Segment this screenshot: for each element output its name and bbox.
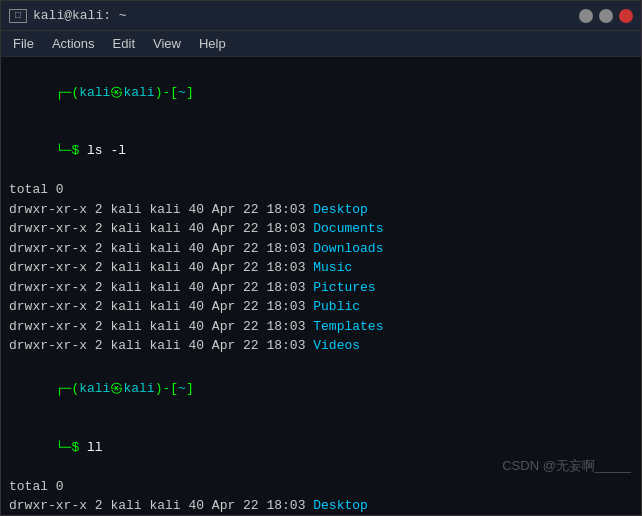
cmd-2: ll xyxy=(87,440,103,455)
window-controls xyxy=(579,9,633,23)
terminal-window: □ kali@kali: ~ File Actions Edit View He… xyxy=(0,0,642,516)
prompt-dir-2: ~ xyxy=(178,381,186,396)
prompt-line-2: ┌─(kali㉿kali)-[~] xyxy=(9,360,633,419)
perm-text: drwxr-xr-x 2 kali kali 40 Apr 22 18:03 xyxy=(9,221,313,236)
dir-name: Pictures xyxy=(313,280,375,295)
dir-name: Documents xyxy=(313,221,383,236)
prompt-bracket-close-1: )-[ xyxy=(155,85,178,100)
perm-text: drwxr-xr-x 2 kali kali 40 Apr 22 18:03 xyxy=(9,280,313,295)
menu-bar: File Actions Edit View Help xyxy=(1,31,641,57)
menu-edit[interactable]: Edit xyxy=(105,34,143,53)
dir-name: Desktop xyxy=(313,498,368,513)
table-row: drwxr-xr-x 2 kali kali 40 Apr 22 18:03 P… xyxy=(9,278,633,298)
prompt-line-1: ┌─(kali㉿kali)-[~] xyxy=(9,63,633,122)
title-bar-left: □ kali@kali: ~ xyxy=(9,8,127,23)
total-line-2: total 0 xyxy=(9,477,633,497)
prompt-bracket-end-2: ] xyxy=(186,381,194,396)
perm-text: drwxr-xr-x 2 kali kali 40 Apr 22 18:03 xyxy=(9,319,313,334)
prompt-dir-1: ~ xyxy=(178,85,186,100)
close-button[interactable] xyxy=(619,9,633,23)
total-line-1: total 0 xyxy=(9,180,633,200)
ls-output-block1: drwxr-xr-x 2 kali kali 40 Apr 22 18:03 D… xyxy=(9,200,633,356)
table-row: drwxr-xr-x 2 kali kali 40 Apr 22 18:03 D… xyxy=(9,496,633,515)
table-row: drwxr-xr-x 2 kali kali 40 Apr 22 18:03 V… xyxy=(9,336,633,356)
prompt-bracket-open-2: ┌─( xyxy=(56,381,79,396)
prompt-bracket-open-1: ┌─( xyxy=(56,85,79,100)
perm-text: drwxr-xr-x 2 kali kali 40 Apr 22 18:03 xyxy=(9,338,313,353)
perm-text: drwxr-xr-x 2 kali kali 40 Apr 22 18:03 xyxy=(9,202,313,217)
prompt-bracket-end-1: ] xyxy=(186,85,194,100)
title-icon: □ xyxy=(9,9,27,23)
table-row: drwxr-xr-x 2 kali kali 40 Apr 22 18:03 P… xyxy=(9,297,633,317)
menu-view[interactable]: View xyxy=(145,34,189,53)
prompt-user-2: kali xyxy=(79,381,110,396)
dollar-1: └─$ xyxy=(56,143,87,158)
dir-name: Templates xyxy=(313,319,383,334)
table-row: drwxr-xr-x 2 kali kali 40 Apr 22 18:03 M… xyxy=(9,258,633,278)
prompt-at-symbol-2: ㉿ xyxy=(110,381,123,396)
menu-actions[interactable]: Actions xyxy=(44,34,103,53)
dir-name: Desktop xyxy=(313,202,368,217)
prompt-bracket-close-2: )-[ xyxy=(155,381,178,396)
table-row: drwxr-xr-x 2 kali kali 40 Apr 22 18:03 T… xyxy=(9,317,633,337)
cmd-1: ls -l xyxy=(87,143,126,158)
terminal-body[interactable]: ┌─(kali㉿kali)-[~] └─$ ls -l total 0 drwx… xyxy=(1,57,641,515)
watermark: CSDN @无妄啊_____ xyxy=(502,457,631,475)
perm-text: drwxr-xr-x 2 kali kali 40 Apr 22 18:03 xyxy=(9,260,313,275)
prompt-at-symbol-1: ㉿ xyxy=(110,85,123,100)
prompt-user-1: kali xyxy=(79,85,110,100)
prompt-host-1: kali xyxy=(123,85,154,100)
minimize-button[interactable] xyxy=(579,9,593,23)
dir-name: Public xyxy=(313,299,360,314)
dir-name: Music xyxy=(313,260,352,275)
command-line-1: └─$ ls -l xyxy=(9,122,633,181)
prompt-host-2: kali xyxy=(123,381,154,396)
table-row: drwxr-xr-x 2 kali kali 40 Apr 22 18:03 D… xyxy=(9,219,633,239)
dollar-2: └─$ xyxy=(56,440,87,455)
perm-text: drwxr-xr-x 2 kali kali 40 Apr 22 18:03 xyxy=(9,498,313,513)
table-row: drwxr-xr-x 2 kali kali 40 Apr 22 18:03 D… xyxy=(9,239,633,259)
table-row: drwxr-xr-x 2 kali kali 40 Apr 22 18:03 D… xyxy=(9,200,633,220)
menu-help[interactable]: Help xyxy=(191,34,234,53)
dir-name: Videos xyxy=(313,338,360,353)
perm-text: drwxr-xr-x 2 kali kali 40 Apr 22 18:03 xyxy=(9,241,313,256)
title-bar: □ kali@kali: ~ xyxy=(1,1,641,31)
title-icon-symbol: □ xyxy=(15,10,21,21)
dir-name: Downloads xyxy=(313,241,383,256)
perm-text: drwxr-xr-x 2 kali kali 40 Apr 22 18:03 xyxy=(9,299,313,314)
maximize-button[interactable] xyxy=(599,9,613,23)
window-title: kali@kali: ~ xyxy=(33,8,127,23)
ls-output-block2: drwxr-xr-x 2 kali kali 40 Apr 22 18:03 D… xyxy=(9,496,633,515)
menu-file[interactable]: File xyxy=(5,34,42,53)
